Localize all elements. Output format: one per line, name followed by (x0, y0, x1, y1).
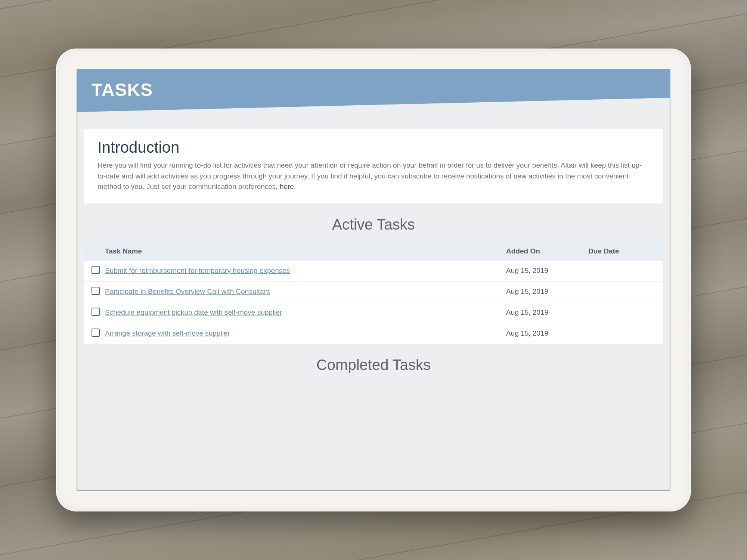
task-checkbox[interactable] (92, 329, 100, 337)
task-link[interactable]: Participate in Benefits Overview Call wi… (105, 287, 270, 295)
task-added-date: Aug 15, 2019 (506, 329, 588, 337)
task-checkbox[interactable] (92, 266, 100, 274)
task-link[interactable]: Schedule equipment pickup date with self… (105, 308, 282, 316)
col-header-due: Due Date (588, 247, 655, 255)
table-row: Submit for reimbursement for temporary h… (84, 261, 663, 281)
table-row: Arrange storage with self-move supplier … (84, 323, 663, 344)
intro-card: Introduction Here you will find your run… (84, 129, 663, 203)
task-added-date: Aug 15, 2019 (506, 267, 588, 275)
task-link[interactable]: Arrange storage with self-move supplier (105, 329, 230, 337)
table-header-row: Task Name Added On Due Date (84, 242, 663, 261)
intro-body-pre: Here you will find your running to-do li… (97, 161, 642, 190)
active-tasks-heading: Active Tasks (77, 203, 670, 242)
active-tasks-table: Task Name Added On Due Date Submit for r… (84, 242, 663, 344)
col-header-added: Added On (506, 247, 588, 255)
intro-heading: Introduction (97, 139, 650, 156)
intro-body-post: . (294, 183, 296, 190)
completed-section: Completed Tasks (77, 344, 670, 390)
table-row: Schedule equipment pickup date with self… (84, 302, 663, 323)
screen: TASKS Introduction Here you will find yo… (77, 69, 670, 491)
intro-text: Here you will find your running to-do li… (97, 160, 650, 192)
header-bg (77, 69, 670, 129)
page-title: TASKS (92, 80, 153, 100)
col-header-check (92, 247, 105, 255)
completed-tasks-heading: Completed Tasks (77, 344, 670, 382)
task-link[interactable]: Submit for reimbursement for temporary h… (105, 267, 290, 274)
task-checkbox[interactable] (92, 287, 100, 295)
preferences-here-link[interactable]: here (280, 183, 294, 190)
task-added-date: Aug 15, 2019 (506, 287, 588, 296)
task-added-date: Aug 15, 2019 (506, 308, 588, 317)
col-header-name: Task Name (105, 247, 506, 255)
task-checkbox[interactable] (92, 308, 100, 316)
tablet-frame: TASKS Introduction Here you will find yo… (56, 49, 691, 511)
table-row: Participate in Benefits Overview Call wi… (84, 281, 663, 302)
header-banner: TASKS (77, 69, 670, 129)
